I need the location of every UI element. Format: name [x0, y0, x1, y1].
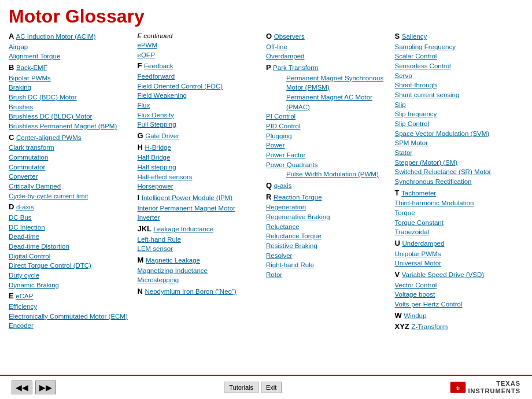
glossary-link[interactable]: eCAP: [16, 293, 33, 300]
glossary-link[interactable]: Underdamped: [402, 240, 445, 247]
glossary-link[interactable]: Braking: [9, 83, 133, 93]
glossary-link[interactable]: Bipolar PWMs: [9, 73, 133, 83]
glossary-link[interactable]: Critically Damped: [9, 182, 133, 191]
glossary-link[interactable]: Trapezoidal: [395, 227, 519, 237]
glossary-link[interactable]: SPM Motor: [395, 138, 519, 148]
glossary-link[interactable]: Center-aligned PWMs: [16, 134, 81, 141]
glossary-link[interactable]: Flux: [138, 101, 262, 110]
glossary-link[interactable]: Field Weakening: [138, 91, 262, 101]
glossary-link[interactable]: AC Induction Motor (ACIM): [16, 33, 96, 40]
glossary-link[interactable]: Microstepping: [138, 275, 262, 285]
glossary-link[interactable]: Resistive Braking: [266, 241, 390, 251]
glossary-link[interactable]: Sampling Frequency: [395, 42, 519, 52]
glossary-link[interactable]: Scalar Control: [395, 51, 519, 61]
glossary-link[interactable]: DC Bus: [9, 213, 133, 223]
glossary-link[interactable]: Off-line: [266, 42, 390, 52]
glossary-link[interactable]: Stepper (Motor) (SM): [395, 158, 519, 168]
exit-button[interactable]: Exit: [261, 382, 282, 393]
glossary-link[interactable]: Voltage boost: [395, 290, 519, 300]
glossary-link[interactable]: Feedback: [144, 62, 173, 69]
glossary-link[interactable]: LEM sensor: [138, 244, 262, 254]
glossary-link[interactable]: Rotor: [266, 270, 390, 280]
glossary-link[interactable]: Torque Constant: [395, 218, 519, 228]
glossary-link[interactable]: Slip: [395, 100, 519, 110]
glossary-link[interactable]: Variable Speed Drive (VSD): [402, 271, 484, 278]
glossary-link[interactable]: Dead-time Distortion: [9, 242, 133, 252]
glossary-link[interactable]: Permanent Magnet AC Motor (PMAC): [266, 93, 390, 112]
glossary-link[interactable]: Interior Permanent Magnet Motor: [138, 204, 262, 213]
glossary-link[interactable]: Power Factor: [266, 150, 390, 160]
glossary-link[interactable]: Cycle-by-cycle current limit: [9, 191, 133, 201]
glossary-link[interactable]: Commutation: [9, 153, 133, 162]
glossary-link[interactable]: DC Injection: [9, 223, 133, 232]
glossary-link[interactable]: Hall-effect sensors: [138, 172, 262, 182]
glossary-link[interactable]: Magnetizing Inductance: [138, 266, 262, 276]
glossary-link[interactable]: Saliency: [402, 33, 427, 40]
glossary-link[interactable]: Torque: [395, 208, 519, 218]
glossary-link[interactable]: Regeneration: [266, 202, 390, 212]
glossary-link[interactable]: Electronically Commutated Motor (ECM): [9, 312, 133, 322]
glossary-link[interactable]: Space Vector Modulation (SVM): [395, 129, 519, 139]
glossary-link[interactable]: Inverter: [138, 213, 262, 223]
glossary-link[interactable]: Half stepping: [138, 162, 262, 172]
glossary-link[interactable]: Flux Density: [138, 110, 262, 120]
tutorials-button[interactable]: Tutorials: [224, 382, 258, 393]
glossary-link[interactable]: Horsepower: [138, 182, 262, 191]
glossary-link[interactable]: Alignment Torque: [9, 51, 133, 61]
glossary-link[interactable]: Windup: [404, 312, 426, 319]
glossary-link[interactable]: Gate Driver: [145, 132, 179, 139]
glossary-link[interactable]: Commutator: [9, 162, 133, 172]
glossary-link[interactable]: Reluctance: [266, 222, 390, 232]
glossary-link[interactable]: Vector Control: [395, 280, 519, 290]
glossary-link[interactable]: Permanent Magnet Synchronous Motor (PMSM…: [266, 73, 390, 93]
glossary-link[interactable]: Third-harmonic Modulation: [395, 198, 519, 208]
glossary-link[interactable]: Brushless Permanent Magnet (BPM): [9, 121, 133, 131]
glossary-link[interactable]: Power Quadrants: [266, 160, 390, 170]
glossary-link[interactable]: Magnetic Leakage: [146, 257, 200, 264]
glossary-link[interactable]: q-axis: [274, 182, 292, 189]
glossary-link[interactable]: eQEP: [138, 50, 262, 60]
glossary-link[interactable]: H-Bridge: [145, 144, 171, 151]
glossary-link[interactable]: Reaction Torque: [274, 194, 322, 201]
glossary-link[interactable]: PI Control: [266, 112, 390, 121]
glossary-link[interactable]: Regenerative Braking: [266, 212, 390, 222]
glossary-link[interactable]: ePWM: [138, 40, 262, 50]
glossary-link[interactable]: Pulse Width Modulation (PWM): [266, 169, 390, 179]
glossary-link[interactable]: Brushes: [9, 102, 133, 112]
glossary-link[interactable]: Shoot-through: [395, 80, 519, 90]
glossary-link[interactable]: Shunt current sensing: [395, 90, 519, 100]
glossary-link[interactable]: Digital Control: [9, 252, 133, 261]
glossary-link[interactable]: Slip frequency: [395, 109, 519, 119]
glossary-link[interactable]: Resolver: [266, 251, 390, 261]
glossary-link[interactable]: Direct Torque Control (DTC): [9, 261, 133, 271]
glossary-link[interactable]: Right-hand Rule: [266, 260, 390, 270]
glossary-link[interactable]: Dead-time: [9, 232, 133, 242]
glossary-link[interactable]: d-axis: [16, 204, 34, 210]
glossary-link[interactable]: Duty cycle: [9, 271, 133, 280]
glossary-link[interactable]: Reluctance Torque: [266, 231, 390, 241]
glossary-link[interactable]: Leakage Inductance: [153, 226, 213, 232]
glossary-link[interactable]: PID Control: [266, 121, 390, 131]
glossary-link[interactable]: Left-hand Rule: [138, 235, 262, 245]
glossary-link[interactable]: Encoder: [9, 321, 133, 331]
glossary-link[interactable]: Brushless DC (BLDC) Motor: [9, 112, 133, 121]
glossary-link[interactable]: Synchronous Rectification: [395, 177, 519, 187]
glossary-link[interactable]: Field Oriented Control (FOC): [138, 82, 262, 91]
glossary-link[interactable]: Neodymium Iron Boron ("Neo"): [145, 288, 237, 295]
glossary-link[interactable]: Switched Reluctance (SR) Motor: [395, 167, 519, 177]
glossary-link[interactable]: Sensorless Control: [395, 61, 519, 71]
glossary-link[interactable]: Plugging: [266, 131, 390, 141]
glossary-link[interactable]: Feedforward: [138, 72, 262, 82]
glossary-link[interactable]: Converter: [9, 172, 133, 182]
glossary-link[interactable]: Brush DC (BDC) Motor: [9, 93, 133, 102]
glossary-link[interactable]: Unipolar PWMs: [395, 249, 519, 259]
glossary-link[interactable]: Servo: [395, 71, 519, 81]
glossary-link[interactable]: Efficiency: [9, 302, 133, 312]
glossary-link[interactable]: Overdamped: [266, 51, 390, 61]
glossary-link[interactable]: Half Bridge: [138, 153, 262, 162]
glossary-link[interactable]: Z-Transform: [411, 323, 448, 330]
glossary-link[interactable]: Slip Control: [395, 119, 519, 129]
glossary-link[interactable]: Volts-per-Hertz Control: [395, 300, 519, 309]
glossary-link[interactable]: Clark transform: [9, 143, 133, 153]
glossary-link[interactable]: Full Stepping: [138, 120, 262, 130]
